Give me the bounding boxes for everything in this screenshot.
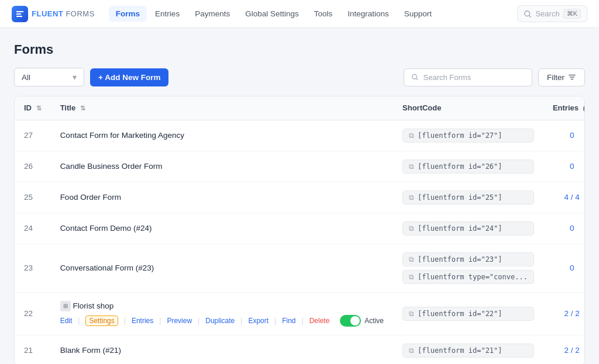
search-forms-icon bbox=[411, 73, 419, 81]
form-title[interactable]: Food Order Form bbox=[60, 193, 121, 202]
entries-info-icon[interactable]: i bbox=[583, 105, 585, 113]
add-new-form-button[interactable]: + Add New Form bbox=[90, 68, 168, 86]
action-find[interactable]: Find bbox=[282, 317, 295, 325]
action-preview[interactable]: Preview bbox=[167, 317, 192, 325]
form-type-icon: ⊞ bbox=[60, 301, 71, 311]
col-shortcode: ShortCode bbox=[393, 96, 543, 120]
cell-id: 24 bbox=[15, 213, 51, 244]
col-entries: Entries i bbox=[543, 96, 585, 120]
filter-button[interactable]: Filter bbox=[538, 68, 585, 86]
row-actions: Edit|Settings|Entries|Preview|Duplicate|… bbox=[60, 315, 384, 327]
shortcode-badge[interactable]: ⧉ [fluentform id="22"] bbox=[402, 307, 534, 321]
action-separator: | bbox=[302, 317, 304, 325]
entries-link[interactable]: 2 / 2 bbox=[564, 346, 580, 355]
nav-items: Forms Entries Payments Global Settings T… bbox=[109, 6, 518, 22]
form-active-toggle[interactable] bbox=[340, 315, 361, 327]
shortcode-badge[interactable]: ⧉ [fluentform id="24"] bbox=[402, 221, 534, 235]
cell-entries: 0 bbox=[543, 151, 585, 182]
action-separator: | bbox=[124, 317, 126, 325]
form-title[interactable]: Contact Form for Marketing Agency bbox=[60, 131, 184, 140]
global-search[interactable]: Search ⌘K bbox=[517, 5, 587, 22]
cell-id: 27 bbox=[15, 120, 51, 151]
action-duplicate[interactable]: Duplicate bbox=[205, 317, 235, 325]
logo[interactable]: FLUENT FORMS bbox=[12, 6, 95, 22]
logo-text: FLUENT FORMS bbox=[32, 9, 95, 18]
cell-shortcode: ⧉ [fluentform id="22"] bbox=[393, 292, 543, 335]
search-forms-input-wrap[interactable] bbox=[404, 68, 532, 86]
cell-title: ⊞ Florist shopEdit|Settings|Entries|Prev… bbox=[51, 292, 393, 335]
entries-link[interactable]: 2 / 2 bbox=[564, 309, 580, 318]
col-title[interactable]: Title ⇅ bbox=[51, 96, 393, 120]
form-title[interactable]: Blank Form (#21) bbox=[60, 346, 121, 355]
entries-link[interactable]: 0 bbox=[570, 131, 574, 140]
sort-icon-title: ⇅ bbox=[80, 105, 85, 112]
table-row: 27Contact Form for Marketing Agency⧉ [fl… bbox=[15, 120, 585, 151]
cell-id: 23 bbox=[15, 244, 51, 292]
table-row: 24Contact Form Demo (#24)⧉ [fluentform i… bbox=[15, 213, 585, 244]
toggle-label: Active bbox=[364, 317, 384, 325]
action-delete[interactable]: Delete bbox=[309, 317, 330, 325]
action-separator: | bbox=[198, 317, 199, 325]
table-header-row: ID ⇅ Title ⇅ ShortCode Entries i Views C… bbox=[15, 96, 585, 120]
cell-title: Food Order Form bbox=[51, 182, 393, 213]
shortcode-copy-icon: ⧉ bbox=[409, 162, 414, 171]
filter-icon bbox=[568, 73, 576, 81]
shortcode-badge[interactable]: ⧉ [fluentform id="26"] bbox=[402, 160, 534, 174]
form-title[interactable]: Contact Form Demo (#24) bbox=[60, 224, 152, 233]
filter-button-label: Filter bbox=[547, 73, 564, 82]
chevron-down-icon: ▾ bbox=[73, 72, 77, 82]
filter-dropdown[interactable]: All ▾ bbox=[14, 68, 84, 86]
shortcode-copy-icon: ⧉ bbox=[409, 224, 414, 233]
entries-link[interactable]: 4 / 4 bbox=[564, 193, 580, 202]
action-entries[interactable]: Entries bbox=[132, 317, 153, 325]
cell-entries: 0 bbox=[543, 244, 585, 292]
forms-table-wrap: ID ⇅ Title ⇅ ShortCode Entries i Views C… bbox=[14, 96, 585, 364]
shortcode-badge[interactable]: ⧉ [fluentform id="23"] bbox=[402, 252, 534, 266]
nav-item-integrations[interactable]: Integrations bbox=[340, 6, 396, 22]
action-separator: | bbox=[78, 317, 80, 325]
shortcode-copy-icon: ⧉ bbox=[409, 310, 414, 318]
table-row: 21Blank Form (#21)⧉ [fluentform id="21"]… bbox=[15, 335, 585, 364]
nav-item-entries[interactable]: Entries bbox=[148, 6, 187, 22]
shortcode-badge[interactable]: ⧉ [fluentform id="21"] bbox=[402, 344, 534, 358]
shortcode-badge[interactable]: ⧉ [fluentform id="27"] bbox=[402, 129, 534, 143]
main-content: Forms All ▾ + Add New Form Filter bbox=[0, 28, 599, 364]
shortcode-badge[interactable]: ⧉ [fluentform id="25"] bbox=[402, 190, 534, 204]
cell-id: 25 bbox=[15, 182, 51, 213]
shortcode-badge[interactable]: ⧉ [fluentform type="conve... bbox=[402, 270, 534, 284]
cell-shortcode: ⧉ [fluentform id="26"] bbox=[393, 151, 543, 182]
cell-shortcode: ⧉ [fluentform id="23"]⧉ [fluentform type… bbox=[393, 244, 543, 292]
top-navigation: FLUENT FORMS Forms Entries Payments Glob… bbox=[0, 0, 599, 28]
search-icon bbox=[524, 10, 532, 18]
form-title[interactable]: Florist shop bbox=[73, 301, 113, 310]
table-row: 22⊞ Florist shopEdit|Settings|Entries|Pr… bbox=[15, 292, 585, 335]
nav-item-support[interactable]: Support bbox=[397, 6, 439, 22]
nav-item-tools[interactable]: Tools bbox=[307, 6, 340, 22]
table-row: 26Candle Business Order Form⧉ [fluentfor… bbox=[15, 151, 585, 182]
table-row: 23Conversational Form (#23)⧉ [fluentform… bbox=[15, 244, 585, 292]
cell-shortcode: ⧉ [fluentform id="24"] bbox=[393, 213, 543, 244]
cell-id: 26 bbox=[15, 151, 51, 182]
sort-icon-id: ⇅ bbox=[36, 105, 42, 112]
nav-item-payments[interactable]: Payments bbox=[188, 6, 237, 22]
search-forms-input[interactable] bbox=[424, 73, 525, 82]
entries-link[interactable]: 0 bbox=[570, 264, 574, 272]
action-separator: | bbox=[274, 317, 276, 325]
action-edit[interactable]: Edit bbox=[60, 317, 73, 325]
cell-shortcode: ⧉ [fluentform id="25"] bbox=[393, 182, 543, 213]
entries-link[interactable]: 0 bbox=[570, 224, 574, 233]
form-title[interactable]: Candle Business Order Form bbox=[60, 162, 163, 171]
action-export[interactable]: Export bbox=[248, 317, 268, 325]
cell-title: Contact Form Demo (#24) bbox=[51, 213, 393, 244]
form-title[interactable]: Conversational Form (#23) bbox=[60, 264, 154, 272]
nav-item-forms[interactable]: Forms bbox=[109, 6, 147, 22]
shortcode-copy-icon: ⧉ bbox=[409, 193, 414, 202]
entries-link[interactable]: 0 bbox=[570, 162, 574, 171]
global-search-label: Search bbox=[535, 9, 559, 18]
action-settings[interactable]: Settings bbox=[85, 316, 118, 326]
cell-entries: 0 bbox=[543, 213, 585, 244]
shortcode-copy-icon: ⧉ bbox=[409, 346, 414, 355]
nav-item-global-settings[interactable]: Global Settings bbox=[238, 6, 306, 22]
col-id[interactable]: ID ⇅ bbox=[15, 96, 51, 120]
cell-title: Blank Form (#21) bbox=[51, 335, 393, 364]
